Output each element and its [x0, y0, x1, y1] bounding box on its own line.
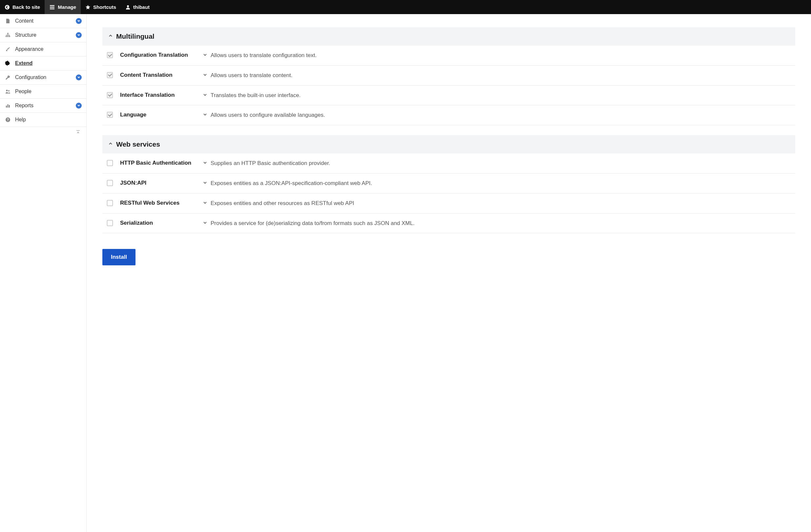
- sidebar-item-label: Help: [15, 117, 82, 123]
- module-name: HTTP Basic Authentication: [120, 159, 196, 167]
- svg-rect-13: [76, 130, 80, 131]
- sidebar-item-help[interactable]: ? Help: [0, 113, 86, 127]
- module-row: JSON:API Exposes entities as a JSON:API-…: [102, 173, 795, 193]
- sidebar-item-reports[interactable]: Reports: [0, 99, 86, 113]
- module-name: Content Translation: [120, 72, 196, 79]
- back-to-site[interactable]: Back to site: [0, 0, 45, 14]
- module-name: JSON:API: [120, 179, 196, 187]
- sidebar-item-structure[interactable]: Structure: [0, 28, 86, 42]
- chevron-down-icon[interactable]: [203, 52, 207, 58]
- module-checkbox[interactable]: [107, 160, 113, 166]
- people-icon: [4, 88, 11, 95]
- sidebar-item-label: Reports: [15, 103, 72, 109]
- svg-point-1: [127, 5, 129, 7]
- chevron-down-icon[interactable]: [203, 93, 207, 98]
- svg-point-3: [5, 36, 7, 37]
- module-row: HTTP Basic Authentication Supplies an HT…: [102, 154, 795, 173]
- main-content: Multilingual Configuration Translation A…: [87, 14, 811, 532]
- sidebar-item-configuration[interactable]: Configuration: [0, 71, 86, 84]
- chevron-down-icon[interactable]: [203, 73, 207, 78]
- svg-rect-9: [7, 104, 9, 108]
- module-checkbox[interactable]: [107, 200, 113, 206]
- back-icon: [4, 4, 10, 10]
- module-checkbox[interactable]: [107, 220, 113, 226]
- svg-point-7: [8, 90, 10, 92]
- install-button[interactable]: Install: [102, 249, 136, 265]
- section-title: Web services: [116, 140, 160, 148]
- paintbrush-icon: [4, 46, 11, 52]
- module-name: Serialization: [120, 219, 196, 227]
- module-row: RESTful Web Services Exposes entities an…: [102, 193, 795, 214]
- module-name: RESTful Web Services: [120, 200, 196, 207]
- module-description: Supplies an HTTP Basic authentication pr…: [211, 159, 330, 167]
- sidebar-collapse[interactable]: [0, 127, 86, 139]
- module-description: Allows users to translate configuration …: [211, 51, 317, 59]
- svg-point-2: [7, 33, 9, 34]
- module-name: Configuration Translation: [120, 51, 196, 59]
- shortcuts-label: Shortcuts: [93, 4, 116, 10]
- chevron-down-icon: [76, 18, 82, 24]
- hierarchy-icon: [4, 32, 11, 38]
- svg-text:?: ?: [7, 118, 9, 122]
- module-description: Exposes entities and other resources as …: [211, 200, 354, 207]
- module-row: Content Translation Allows users to tran…: [102, 66, 795, 85]
- section-title: Multilingual: [116, 32, 154, 40]
- manage-menu[interactable]: Manage: [45, 0, 81, 14]
- module-description: Provides a service for (de)serializing d…: [211, 219, 415, 227]
- star-icon: [85, 4, 91, 10]
- file-icon: [4, 18, 11, 24]
- section-header-multilingual[interactable]: Multilingual: [102, 27, 795, 46]
- sidebar-item-label: Extend: [15, 60, 82, 66]
- section-header-web-services[interactable]: Web services: [102, 135, 795, 154]
- module-checkbox[interactable]: [107, 180, 113, 186]
- svg-point-6: [6, 90, 8, 92]
- user-menu[interactable]: thibaut: [121, 0, 154, 14]
- sidebar-item-people[interactable]: People: [0, 84, 86, 99]
- module-row: Serialization Provides a service for (de…: [102, 214, 795, 234]
- svg-point-5: [9, 36, 10, 37]
- module-row: Language Allows users to configure avail…: [102, 105, 795, 125]
- manage-label: Manage: [58, 4, 76, 10]
- chevron-down-icon: [76, 32, 82, 38]
- help-icon: ?: [4, 116, 11, 123]
- module-description: Translates the built-in user interface.: [211, 92, 301, 99]
- chevron-up-icon: [108, 33, 113, 40]
- user-icon: [125, 4, 131, 10]
- sidebar: Content Structure Appearance Exten: [0, 14, 87, 532]
- sidebar-item-label: Appearance: [15, 46, 82, 52]
- chevron-down-icon[interactable]: [203, 220, 207, 226]
- puzzle-icon: [4, 60, 11, 66]
- svg-point-4: [7, 36, 9, 37]
- sidebar-item-label: People: [15, 89, 82, 94]
- module-checkbox[interactable]: [107, 72, 113, 78]
- module-checkbox[interactable]: [107, 112, 113, 118]
- svg-rect-10: [9, 105, 10, 108]
- module-row: Configuration Translation Allows users t…: [102, 46, 795, 66]
- chevron-down-icon: [76, 103, 82, 109]
- module-description: Allows users to configure available lang…: [211, 111, 325, 119]
- topbar: Back to site Manage Shortcuts thibaut: [0, 0, 811, 14]
- chevron-down-icon[interactable]: [203, 200, 207, 206]
- sidebar-item-content[interactable]: Content: [0, 14, 86, 28]
- chevron-down-icon[interactable]: [203, 181, 207, 186]
- module-description: Allows users to translate content.: [211, 72, 292, 79]
- bar-chart-icon: [4, 102, 11, 109]
- back-label: Back to site: [13, 4, 40, 10]
- sidebar-item-label: Configuration: [15, 75, 72, 80]
- hamburger-icon: [49, 4, 55, 10]
- module-description: Exposes entities as a JSON:API-specifica…: [211, 179, 372, 187]
- chevron-down-icon[interactable]: [203, 160, 207, 166]
- module-name: Interface Translation: [120, 92, 196, 99]
- svg-rect-8: [6, 106, 7, 108]
- module-checkbox[interactable]: [107, 52, 113, 58]
- chevron-up-icon: [108, 141, 113, 147]
- module-name: Language: [120, 111, 196, 119]
- shortcuts-menu[interactable]: Shortcuts: [81, 0, 121, 14]
- svg-point-0: [5, 5, 10, 10]
- user-label: thibaut: [133, 4, 150, 10]
- sidebar-item-extend[interactable]: Extend: [0, 57, 86, 71]
- collapse-icon: [76, 129, 80, 136]
- chevron-down-icon[interactable]: [203, 112, 207, 118]
- sidebar-item-appearance[interactable]: Appearance: [0, 42, 86, 57]
- module-checkbox[interactable]: [107, 92, 113, 98]
